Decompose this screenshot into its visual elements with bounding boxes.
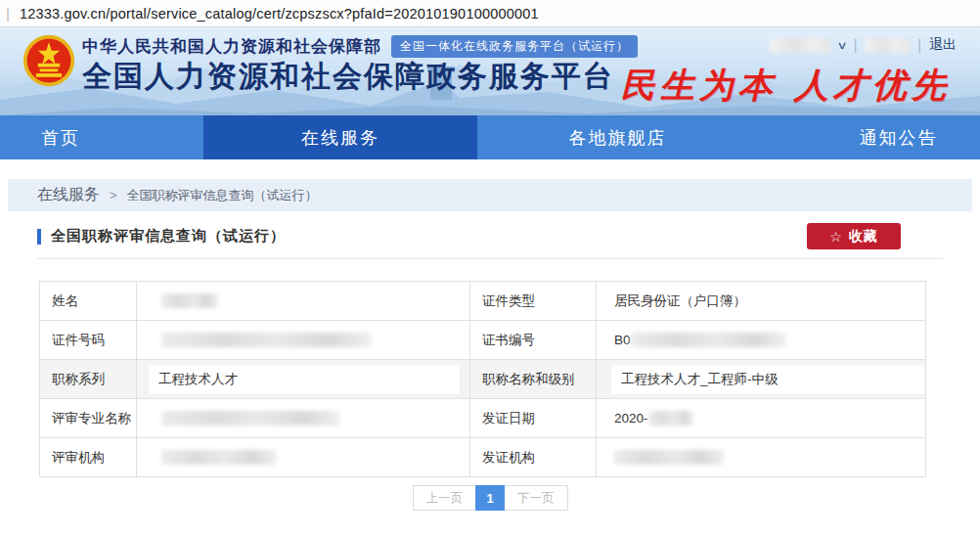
browser-address-bar[interactable]: | 12333.gov.cn/portal/service_catalog/ce… <box>0 0 980 27</box>
field-value-review-major <box>137 399 470 438</box>
redacted-value <box>161 293 218 308</box>
field-value-title-series <box>137 360 470 399</box>
main-nav: 首页 在线服务 各地旗舰店 通知公告 <box>0 115 980 159</box>
pagination: 上一页 1 下一页 <box>0 485 980 511</box>
redacted-value <box>161 333 372 347</box>
field-value-cert-number: B0 <box>597 321 926 360</box>
url-text[interactable]: 12333.gov.cn/portal/service_catalog/cert… <box>20 6 539 22</box>
national-emblem-icon <box>22 33 76 88</box>
certificate-info-table: 姓名 证件类型 居民身份证（户口簿） 证件号码 证书编号 B0 职称系列 职称名… <box>39 281 926 477</box>
logout-link[interactable]: 退出 <box>929 36 957 54</box>
nav-tab-regional-stores[interactable]: 各地旗舰店 <box>477 115 758 159</box>
value-prefix: 2020- <box>614 411 648 426</box>
breadcrumb: 在线服务 > 全国职称评审信息查询（试运行） <box>8 179 972 211</box>
platform-title: 全国人力资源和社会保障政务服务平台 <box>82 57 614 97</box>
table-row: 职称系列 职称名称和级别 <box>40 360 926 399</box>
chevron-down-icon[interactable]: ∨ <box>836 39 847 52</box>
prev-page-button[interactable]: 上一页 <box>413 485 476 511</box>
platform-badge: 全国一体化在线政务服务平台（试运行） <box>391 35 638 58</box>
favorite-button[interactable]: ☆ 收藏 <box>807 223 901 249</box>
redacted-value <box>161 450 277 465</box>
user-bar: ∨ | | 退出 <box>770 36 957 54</box>
breadcrumb-separator: > <box>110 188 117 202</box>
ministry-name: 中华人民共和国人力资源和社会保障部 <box>82 35 381 58</box>
field-value-id-number <box>137 321 470 360</box>
redacted-value <box>161 411 339 426</box>
nav-tab-online-services[interactable]: 在线服务 <box>203 115 477 159</box>
field-label: 证件号码 <box>40 321 137 360</box>
nav-tab-notices[interactable]: 通知公告 <box>758 115 980 159</box>
divider <box>37 258 943 259</box>
redacted-value <box>614 450 724 465</box>
breadcrumb-current: 全国职称评审信息查询（试运行） <box>127 187 318 204</box>
divider: | <box>854 37 858 53</box>
current-page-indicator[interactable]: 1 <box>475 485 505 511</box>
table-row: 评审专业名称 发证日期 2020- <box>40 399 926 438</box>
table-row: 证件号码 证书编号 B0 <box>40 321 926 360</box>
favorite-label: 收藏 <box>849 228 878 246</box>
site-banner: 中华人民共和国人力资源和社会保障部 全国一体化在线政务服务平台（试运行） 全国人… <box>0 27 980 115</box>
title-accent-bar <box>37 229 41 245</box>
field-value-issue-date: 2020- <box>597 399 926 438</box>
field-label: 职称系列 <box>40 360 137 399</box>
value-prefix: B0 <box>614 333 631 347</box>
field-label: 证件类型 <box>470 282 597 321</box>
page-title: 全国职称评审信息查询（试运行） <box>51 227 286 246</box>
field-label: 发证机构 <box>470 438 597 477</box>
table-row: 姓名 证件类型 居民身份证（户口簿） <box>40 282 926 321</box>
field-value-id-type: 居民身份证（户口簿） <box>597 282 926 321</box>
field-label: 职称名称和级别 <box>470 360 597 399</box>
field-value-name <box>137 282 470 321</box>
field-label: 发证日期 <box>470 399 597 438</box>
star-outline-icon: ☆ <box>829 229 843 245</box>
user-info-redacted <box>865 38 910 53</box>
redacted-value <box>648 411 693 426</box>
field-label: 评审专业名称 <box>40 399 137 438</box>
field-value-title-level <box>597 360 926 399</box>
nav-tab-home[interactable]: 首页 <box>0 115 203 159</box>
next-page-button[interactable]: 下一页 <box>505 485 568 511</box>
breadcrumb-root[interactable]: 在线服务 <box>37 185 100 205</box>
page-title-row: 全国职称评审信息查询（试运行） ☆ 收藏 <box>37 223 943 249</box>
divider: | <box>917 37 921 53</box>
redacted-value <box>631 333 785 347</box>
field-label: 评审机构 <box>40 438 137 477</box>
field-value-review-org <box>137 438 470 477</box>
field-label: 证书编号 <box>470 321 597 360</box>
table-row: 评审机构 发证机构 <box>40 438 926 477</box>
slogan-calligraphy: 民生为本 人才优先 <box>621 63 951 109</box>
title-level-input[interactable] <box>611 365 924 394</box>
field-value-issue-org <box>597 438 926 477</box>
address-bar-divider: | <box>6 5 10 22</box>
title-series-input[interactable] <box>149 365 460 394</box>
field-label: 姓名 <box>40 282 137 321</box>
user-name-redacted[interactable] <box>770 38 830 53</box>
